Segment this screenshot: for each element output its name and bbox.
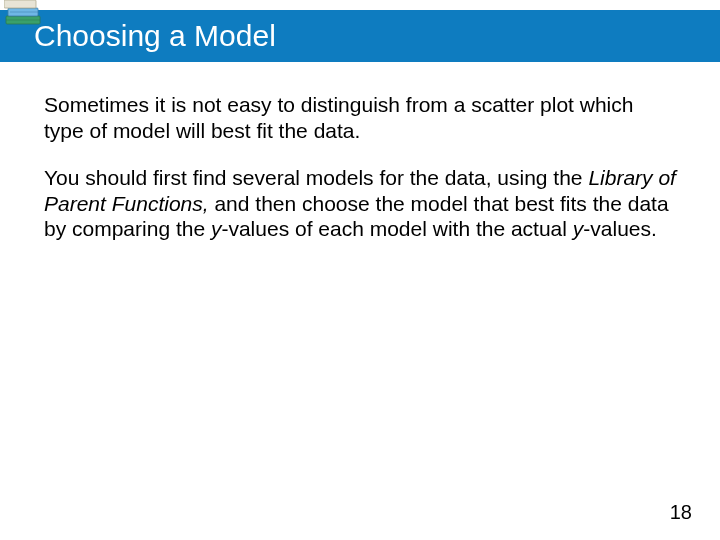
p2-part-d: -values.	[583, 217, 657, 240]
page-number: 18	[670, 501, 692, 524]
books-icon	[4, 0, 44, 28]
header-bar: Choosing a Model	[0, 10, 720, 62]
p2-part-c: -values of each model with the actual	[221, 217, 572, 240]
slide: Choosing a Model Sometimes it is not eas…	[0, 0, 720, 540]
paragraph-1: Sometimes it is not easy to distinguish …	[44, 92, 676, 143]
paragraph-2: You should first find several models for…	[44, 165, 676, 242]
p2-italic-y1: y	[211, 217, 222, 240]
slide-title: Choosing a Model	[34, 19, 276, 53]
p2-part-a: You should first find several models for…	[44, 166, 588, 189]
svg-rect-2	[4, 0, 36, 8]
body-text: Sometimes it is not easy to distinguish …	[44, 92, 676, 264]
p2-italic-y2: y	[573, 217, 584, 240]
